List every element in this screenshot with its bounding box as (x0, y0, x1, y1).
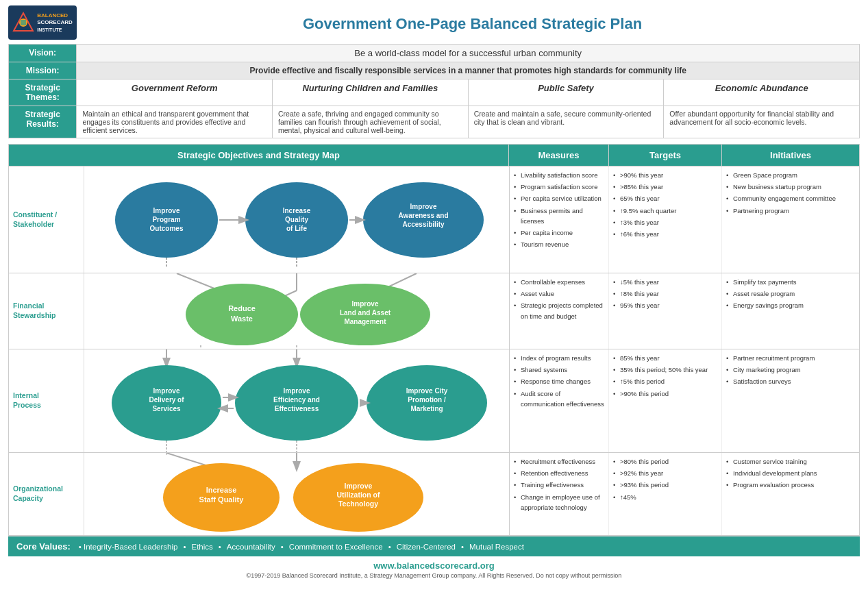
measures-header: Measures (509, 145, 609, 166)
row-label-internal: InternalProcess (13, 391, 41, 410)
svg-text:Improve: Improve (284, 387, 310, 395)
internal-targets: 85% this year 35% this period; 50% this … (609, 349, 722, 452)
org-map-svg: Increase Staff Quality Improve Utilizati… (84, 453, 509, 535)
constituent-map-svg: Improve Program Outcomes Increase Qualit… (84, 166, 509, 273)
theme-2: Public Safety (468, 79, 664, 106)
svg-text:Promotion /: Promotion / (408, 396, 446, 404)
svg-text:Reduce: Reduce (228, 304, 256, 312)
svg-text:Services: Services (152, 405, 181, 412)
constituent-measures: Livability satisfaction score Program sa… (510, 166, 609, 273)
svg-text:Waste: Waste (231, 314, 253, 323)
financial-map-svg: Reduce Waste Improve Land and Asset Mana… (84, 273, 509, 349)
org-initiatives: Customer service training Individual dev… (722, 453, 859, 535)
svg-text:Efficiency and: Efficiency and (273, 396, 320, 404)
theme-0: Government Reform (77, 79, 273, 106)
svg-text:Increase: Increase (206, 486, 237, 494)
logo-icon (12, 12, 34, 34)
footer: www.balancedscorecard.org ©1997-2019 Bal… (8, 556, 860, 583)
internal-map-svg: Improve Delivery of Services Improve Eff… (84, 349, 509, 452)
svg-text:Effectiveness: Effectiveness (275, 405, 319, 412)
svg-text:of Life: of Life (286, 225, 307, 232)
svg-text:Improve: Improve (153, 387, 180, 395)
svg-rect-2 (21, 20, 26, 25)
constituent-initiatives: Green Space program New business startup… (722, 166, 859, 273)
core-values-item-3: Commitment to Excellence (289, 543, 383, 551)
core-values-item-1: Ethics (191, 543, 212, 551)
financial-initiatives: Simplify tax payments Asset resale progr… (722, 273, 859, 349)
svg-text:Land and Asset: Land and Asset (340, 309, 391, 317)
result-1: Create a safe, thriving and engaged comm… (273, 106, 469, 138)
theme-3: Economic Abundance (664, 79, 860, 106)
org-measures: Recruitment effectiveness Retention effe… (510, 453, 609, 535)
constituent-targets: >90% this year >85% this year 65% this y… (609, 166, 722, 273)
logo-text: BALANCED SCORECARD INSTITUTE (37, 12, 73, 33)
core-values-label: Core Values: (16, 541, 71, 552)
top-table: Vision: Be a world-class model for a suc… (8, 44, 860, 138)
mission-label: Mission: (9, 62, 77, 79)
svg-text:Improve: Improve (410, 203, 437, 210)
logo: BALANCED SCORECARD INSTITUTE (8, 5, 77, 40)
svg-text:Marketing: Marketing (410, 405, 443, 412)
result-0: Maintain an ethical and transparent gove… (77, 106, 273, 138)
svg-text:Technology: Technology (338, 500, 378, 508)
footer-copyright: ©1997-2019 Balanced Scorecard Institute,… (12, 572, 856, 579)
row-label-financial: FinancialStewardship (13, 301, 55, 320)
vision-text: Be a world-class model for a successful … (77, 45, 860, 62)
core-values-sep3: • (281, 543, 284, 551)
svg-text:Utilization of: Utilization of (337, 491, 380, 499)
core-values-sep5: • (461, 543, 464, 551)
svg-text:Management: Management (344, 318, 386, 325)
svg-text:Improve: Improve (153, 207, 180, 214)
footer-url[interactable]: www.balancedscorecard.org (12, 560, 856, 571)
org-targets: >80% this period >92% this year >93% thi… (609, 453, 722, 535)
financial-measures: Controllable expenses Asset value Strate… (510, 273, 609, 349)
svg-text:Staff Quality: Staff Quality (199, 495, 245, 504)
svg-text:Outcomes: Outcomes (150, 225, 184, 232)
map-header: Strategic Objectives and Strategy Map (9, 145, 509, 166)
svg-point-11 (363, 182, 484, 258)
initiatives-header: Initiatives (722, 145, 859, 166)
targets-header: Targets (609, 145, 722, 166)
themes-label: Strategic Themes: (9, 79, 77, 106)
svg-text:Program: Program (152, 216, 180, 223)
theme-1: Nurturing Children and Families (273, 79, 469, 106)
svg-text:Increase: Increase (283, 207, 311, 214)
row-label-constituent: Constituent /Stakeholder (13, 210, 57, 229)
svg-text:Accessibility: Accessibility (402, 221, 445, 228)
svg-text:Quality: Quality (285, 216, 308, 223)
mission-text: Provide effective and fiscally responsib… (77, 62, 860, 79)
vision-label: Vision: (9, 45, 77, 62)
svg-text:Delivery of: Delivery of (149, 396, 184, 404)
svg-text:Awareness and: Awareness and (398, 212, 448, 219)
core-values-bar: Core Values: • Integrity-Based Leadershi… (8, 536, 860, 556)
svg-text:Improve: Improve (352, 300, 379, 308)
results-label: Strategic Results: (9, 106, 77, 138)
core-values-item-5: Mutual Respect (469, 543, 524, 551)
core-values-item-4: Citizen-Centered (397, 543, 456, 551)
core-values-sep2: • (219, 543, 221, 551)
internal-initiatives: Partner recruitment program City marketi… (722, 349, 859, 452)
core-values-sep4: • (388, 543, 391, 551)
financial-targets: ↓5% this year ↑8% this year 95% this yea… (609, 273, 722, 349)
core-values-item-0: • Integrity-Based Leadership (79, 543, 178, 551)
page-title: Government One-Page Balanced Strategic P… (85, 12, 860, 33)
result-3: Offer abundant opportunity for financial… (664, 106, 860, 138)
result-2: Create and maintain a safe, secure commu… (468, 106, 664, 138)
svg-text:Improve City: Improve City (406, 387, 448, 395)
core-values-item-2: Accountability (227, 543, 275, 551)
internal-measures: Index of program results Shared systems … (510, 349, 609, 452)
core-values-sep1: • (183, 543, 186, 551)
row-label-org: OrganizationalCapacity (13, 484, 63, 503)
svg-text:Improve: Improve (345, 482, 373, 490)
